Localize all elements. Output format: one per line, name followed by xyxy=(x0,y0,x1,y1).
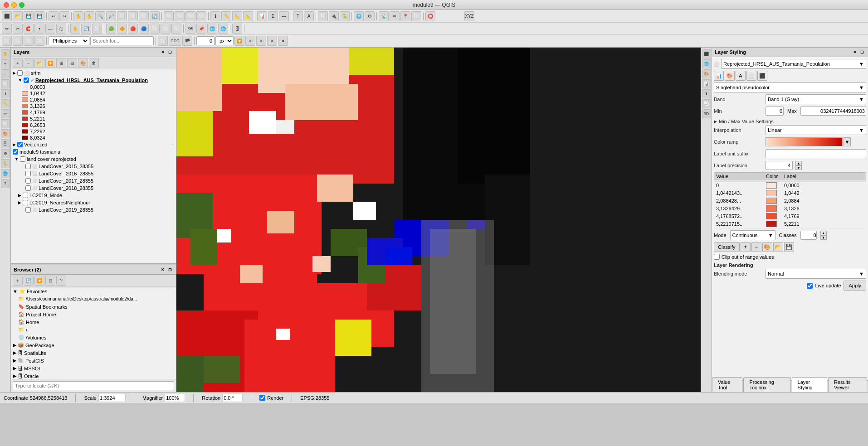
clip-checkbox[interactable] xyxy=(714,254,720,260)
side-btn-edit[interactable]: ✏ xyxy=(1,109,10,118)
side-btn-identify[interactable]: ℹ xyxy=(1,89,10,98)
toolbar-btn-nav2[interactable]: ⬜ xyxy=(13,36,23,46)
table-row-4[interactable]: 4,1768572... 4,1769 xyxy=(714,213,866,220)
toolbar-btn-save[interactable]: 💾 xyxy=(24,11,34,21)
browser-item-favorites[interactable]: ▼ ⭐ Favorites xyxy=(11,287,176,295)
browser-item-postgis[interactable]: ▶ 🐘 PostGIS xyxy=(11,357,176,364)
toolbar-btn-raster2[interactable]: ⬜ xyxy=(161,24,171,34)
classify-add-btn[interactable]: + xyxy=(741,242,751,252)
label-unit-input[interactable] xyxy=(766,149,866,158)
toolbar-btn-blue[interactable]: 🔵 xyxy=(139,24,149,34)
layers-collapse-all-btn[interactable]: ⊟ xyxy=(67,58,77,68)
classify-color-btn[interactable]: 🎨 xyxy=(762,242,772,252)
toolbar-btn-save2[interactable]: 💾 xyxy=(34,11,44,21)
table-row-5[interactable]: 5,2210715... 5,2211 xyxy=(714,220,866,228)
minmax-settings-row[interactable]: ▶ Min / Max Value Settings xyxy=(714,118,866,125)
expand-arrow-lc2019nn[interactable]: ▶ xyxy=(18,200,21,205)
toolbar-btn-open[interactable]: 📂 xyxy=(13,11,23,21)
browser-item-desktop[interactable]: 📁 /Users/codrinamariailie/Desktop/austra… xyxy=(11,295,176,303)
label-precision-input[interactable] xyxy=(766,161,793,170)
px-value-input[interactable] xyxy=(196,36,215,45)
side-btn-db[interactable]: 🗄 xyxy=(1,139,10,148)
classes-down[interactable]: ▼ xyxy=(820,235,827,240)
toolbar-btn-move[interactable]: ✋ xyxy=(70,24,80,34)
toolbar-btn-georef[interactable]: 🗺 xyxy=(185,24,195,34)
browser-close-btn[interactable]: ✕ xyxy=(160,267,166,273)
layer-checkbox-lc2017[interactable] xyxy=(25,178,31,184)
location-dropdown[interactable]: Philippines xyxy=(49,36,89,45)
row4-color-swatch[interactable] xyxy=(766,213,777,219)
toolbar-btn-zoomout[interactable]: 🔎 xyxy=(106,11,116,21)
table-row-0[interactable]: 0 0,0000 xyxy=(714,182,866,189)
precision-down[interactable]: ▼ xyxy=(795,165,802,170)
toolbar-btn-filter[interactable]: 🔽 xyxy=(234,36,244,46)
row3-color-swatch[interactable] xyxy=(766,205,777,212)
side-btn-select[interactable]: ⬜ xyxy=(1,79,10,88)
row1-color-swatch[interactable] xyxy=(766,190,777,196)
live-update-checkbox[interactable] xyxy=(807,283,813,289)
browser-item-geopackage[interactable]: ▶ 📦 GeoPackage xyxy=(11,341,176,349)
right-icon-stats[interactable]: 📊 xyxy=(702,79,711,88)
browser-item-bookmarks[interactable]: 🔖 Spatial Bookmarks xyxy=(11,303,176,310)
toolbar-btn-red[interactable]: 🔴 xyxy=(128,24,138,34)
color-ramp-dropdown-btn[interactable]: ▼ xyxy=(844,137,851,146)
renderer-combo[interactable]: Singleband pseudocolor ▼ xyxy=(714,82,866,92)
toolbar-btn-undo[interactable]: ↩ xyxy=(49,11,59,21)
px-unit-select[interactable]: px xyxy=(215,36,234,45)
layers-close-btn[interactable]: ✕ xyxy=(160,49,166,55)
search-input[interactable] xyxy=(90,36,154,45)
side-btn-globe[interactable]: 🌐 xyxy=(1,169,10,178)
right-icon-browser[interactable]: 🌐 xyxy=(702,59,711,68)
layer-item-lc2019mode[interactable]: ▶ LC2019_Mode xyxy=(11,192,176,199)
expand-arrow-srtm[interactable]: ▶ xyxy=(13,71,16,75)
side-btn-measure[interactable]: 📏 xyxy=(1,99,10,108)
tab-value-tool[interactable]: Value Tool xyxy=(712,377,742,392)
right-icon-info[interactable]: ℹ xyxy=(702,89,711,98)
toolbar-btn-project[interactable]: ⬛ xyxy=(2,11,12,21)
toolbar-btn-wfs[interactable]: 🌐 xyxy=(218,24,228,34)
layer-checkbox-lc2018[interactable] xyxy=(25,185,31,191)
toolbar-btn-select2[interactable]: ⬜ xyxy=(175,11,185,21)
classify-save-btn[interactable]: 💾 xyxy=(784,242,794,252)
layer-checkbox-lc2019-28355[interactable] xyxy=(25,207,31,213)
layer-checkbox-srtm[interactable] xyxy=(17,70,23,76)
toolbar-btn-redo[interactable]: ↪ xyxy=(59,11,69,21)
browser-expand-btn[interactable]: ⊡ xyxy=(167,267,173,273)
right-icon-hist[interactable]: 📈 xyxy=(702,99,711,108)
side-btn-pan[interactable]: ✋ xyxy=(1,49,10,58)
tab-results-viewer[interactable]: Results Viewer xyxy=(828,377,867,392)
classify-load-btn[interactable]: 📂 xyxy=(773,242,783,252)
min-input[interactable] xyxy=(766,107,784,116)
toolbar-btn-edit2[interactable]: ✂ xyxy=(13,24,23,34)
layer-item-lcgroup[interactable]: ▼ land cover reprojected xyxy=(11,155,176,163)
browser-item-projecthome[interactable]: 🏠 Project Home xyxy=(11,310,176,318)
toolbar-btn-raster3[interactable]: ⬜ xyxy=(171,24,181,34)
apply-button[interactable]: Apply xyxy=(844,281,866,291)
row0-color-swatch[interactable] xyxy=(766,182,777,189)
toolbar-btn-xyz[interactable]: XYZ xyxy=(464,11,474,21)
styling-icon-paint[interactable]: 🎨 xyxy=(725,71,735,81)
styling-icon-render[interactable]: ⬛ xyxy=(757,71,767,81)
toolbar-btn-extent[interactable]: ⬜ xyxy=(158,36,168,46)
browser-item-oracle[interactable]: ▶ 🗄 Oracle xyxy=(11,372,176,379)
browser-refresh-btn[interactable]: 🔄 xyxy=(24,276,34,286)
toolbar-btn-orange[interactable]: 🔶 xyxy=(117,24,127,34)
expand-arrow-reprojected[interactable]: ▼ xyxy=(18,78,22,82)
side-btn-layer[interactable]: ⬜ xyxy=(1,119,10,128)
toolbar-btn-nodata[interactable]: ✕ xyxy=(245,36,255,46)
interpolation-combo[interactable]: Linear ▼ xyxy=(766,125,866,135)
toolbar-btn-select3[interactable]: ⬜ xyxy=(185,11,195,21)
toolbar-btn-nav3[interactable]: ⬜ xyxy=(24,36,34,46)
row2-color-swatch[interactable] xyxy=(766,198,777,204)
toolbar-btn-globe[interactable]: 🌐 xyxy=(354,11,364,21)
toolbar-btn-scale[interactable]: ⬜ xyxy=(92,24,102,34)
browser-search-input[interactable] xyxy=(13,381,174,390)
toolbar-btn-snap[interactable]: 🧲 xyxy=(24,24,34,34)
toolbar-btn-measure[interactable]: 📏 xyxy=(221,11,231,21)
toolbar-btn-python[interactable]: 🐍 xyxy=(340,11,350,21)
row5-color-swatch[interactable] xyxy=(766,221,777,227)
layer-item-lc2019-28355[interactable]: ⬜ LandCover_2019_28355 xyxy=(11,206,176,213)
table-row-2[interactable]: 2,088428... 2,0884 xyxy=(714,197,866,205)
toolbar-btn-deselect[interactable]: ⬜ xyxy=(196,11,206,21)
styling-icon-hist[interactable]: 📊 xyxy=(714,71,724,81)
